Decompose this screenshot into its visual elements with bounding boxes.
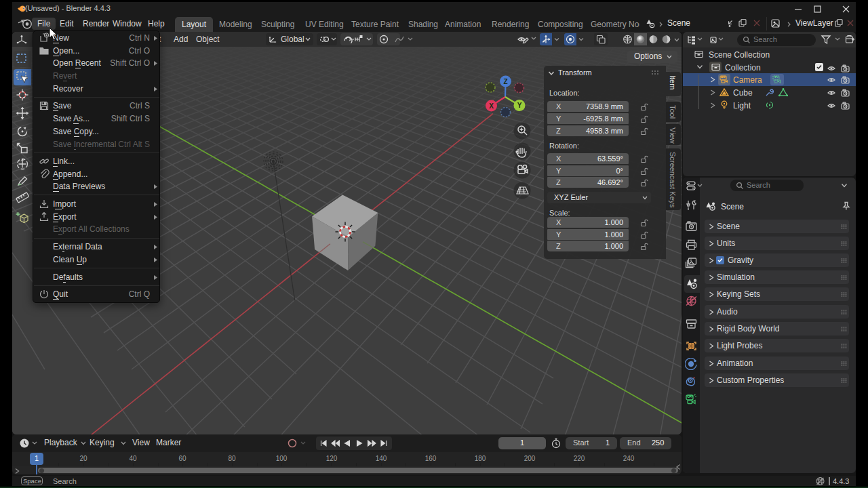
svg-text:X: X — [489, 102, 494, 110]
svg-text:Z: Z — [503, 78, 507, 85]
svg-text:Y: Y — [517, 102, 522, 109]
